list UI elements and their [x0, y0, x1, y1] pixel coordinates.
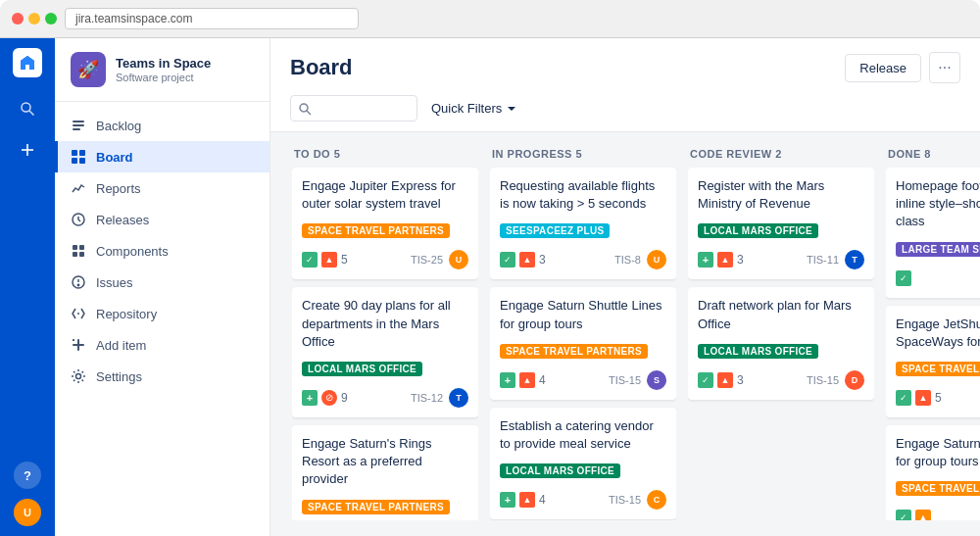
help-icon[interactable]: ?: [14, 462, 41, 489]
priority-icon: ▲: [321, 252, 337, 268]
minimize-button[interactable]: [28, 13, 40, 24]
card-todo-3[interactable]: Engage Saturn's Rings Resort as a prefer…: [292, 425, 478, 520]
card-footer: ✓ ▲ 3 TIS-15 D: [698, 370, 864, 390]
card-tag: LARGE TEAM SUPPORT: [896, 242, 980, 257]
sidebar-item-components[interactable]: Components: [55, 235, 270, 267]
card-footer: ✓ ▲ 5 TIS-23 J: [896, 388, 980, 408]
card-ip-3[interactable]: Establish a catering vendor to provide m…: [490, 408, 676, 519]
card-done-1[interactable]: Homepage footer uses an inline style–sho…: [886, 168, 980, 298]
sidebar-item-settings[interactable]: Settings: [55, 361, 270, 392]
card-tag: SPACE TRAVEL PARTNERS: [302, 500, 450, 514]
card-meta: ✓: [896, 270, 911, 286]
card-meta: ✓ ▲: [896, 510, 931, 520]
sidebar-item-issues[interactable]: Issues: [55, 267, 270, 298]
sidebar-item-add-item[interactable]: Add item: [55, 329, 270, 361]
url-bar[interactable]: jira.teamsinspace.com: [65, 8, 359, 29]
card-avatar: T: [845, 250, 864, 269]
app: ? U 🚀 Teams in Space Software project Ba…: [0, 38, 980, 536]
sidebar-item-backlog[interactable]: Backlog: [55, 110, 270, 141]
column-inprogress: IN PROGRESS 5 Requesting available fligh…: [490, 148, 676, 520]
board-actions: Release ···: [845, 52, 960, 83]
browser-chrome: jira.teamsinspace.com: [0, 0, 980, 38]
nav-bar: ? U: [0, 38, 55, 536]
column-codereview: CODE REVIEW 2 Register with the Mars Min…: [688, 148, 874, 520]
svg-rect-13: [73, 252, 77, 257]
plus-icon: +: [698, 252, 713, 268]
card-cr-1[interactable]: Register with the Mars Ministry of Reven…: [688, 168, 874, 279]
column-inprogress-header: IN PROGRESS 5: [490, 148, 676, 160]
sidebar-item-releases[interactable]: Releases: [55, 204, 270, 235]
column-done: DONE 8 Homepage footer uses an inline st…: [886, 148, 980, 520]
svg-rect-8: [79, 150, 85, 156]
card-tag: LOCAL MARS OFFICE: [698, 344, 818, 359]
board-title-row: Board Release ···: [290, 52, 960, 83]
card-meta: + ▲ 3: [698, 252, 744, 268]
card-avatar: S: [647, 370, 666, 390]
card-meta: ✓ ▲ 3: [698, 372, 744, 388]
plus-icon: +: [500, 492, 515, 508]
svg-rect-21: [73, 339, 74, 341]
cards-codereview: Register with the Mars Ministry of Reven…: [688, 168, 874, 520]
card-tag: LOCAL MARS OFFICE: [500, 463, 620, 478]
svg-point-17: [77, 284, 78, 285]
priority-icon: ▲: [915, 390, 931, 406]
card-meta: + ▲ 4: [500, 372, 546, 388]
card-avatar: C: [647, 490, 666, 510]
svg-rect-4: [73, 121, 84, 122]
more-options-button[interactable]: ···: [929, 52, 960, 83]
card-ip-2[interactable]: Engage Saturn Shuttle Lines for group to…: [490, 287, 676, 399]
search-wrapper: [290, 95, 417, 122]
board-columns: TO DO 5 Engage Jupiter Express for outer…: [270, 132, 980, 536]
card-meta: ✓ ▲ 5: [302, 252, 348, 268]
check-icon: ✓: [896, 390, 911, 406]
plus-icon: +: [302, 390, 318, 406]
svg-rect-11: [73, 245, 77, 250]
card-cr-2[interactable]: Draft network plan for Mars Office LOCAL…: [688, 287, 874, 399]
svg-rect-14: [79, 252, 84, 257]
block-icon: ⊘: [321, 390, 337, 406]
board-header: Board Release ··· Quick Filters: [270, 38, 980, 132]
card-meta: + ⊘ 9: [302, 390, 348, 406]
cards-done: Homepage footer uses an inline style–sho…: [886, 168, 980, 520]
card-footer: ✓ ▲ 3 TIS-8 U: [500, 250, 666, 269]
app-logo[interactable]: [13, 48, 42, 77]
board-title: Board: [290, 55, 353, 80]
close-button[interactable]: [12, 13, 24, 24]
priority-icon: ▲: [519, 372, 535, 388]
quick-filters-button[interactable]: Quick Filters: [427, 96, 521, 121]
card-avatar: D: [845, 370, 864, 390]
card-footer: + ⊘ 9 TIS-12 T: [302, 388, 468, 408]
sidebar-item-board[interactable]: Board: [55, 141, 270, 172]
card-tag: SPACE TRAVEL PARTNERS: [896, 481, 980, 496]
svg-rect-6: [73, 128, 80, 130]
filter-row: Quick Filters: [290, 95, 960, 131]
card-done-2[interactable]: Engage JetShuttle SpaceWays for travel S…: [886, 306, 980, 417]
priority-icon: ▲: [519, 492, 535, 508]
project-header: 🚀 Teams in Space Software project: [55, 38, 270, 102]
card-tag: SPACE TRAVEL PARTNERS: [896, 362, 980, 376]
release-button[interactable]: Release: [845, 54, 921, 82]
svg-rect-5: [73, 124, 84, 126]
card-footer: ✓ ▲ 5 TIS-25 U: [302, 250, 468, 269]
create-nav-icon[interactable]: [10, 132, 45, 168]
sidebar-item-repository[interactable]: Repository: [55, 298, 270, 329]
check-icon: ✓: [500, 252, 515, 268]
card-todo-1[interactable]: Engage Jupiter Express for outer solar s…: [292, 168, 478, 279]
svg-rect-7: [72, 150, 77, 156]
svg-point-23: [300, 104, 308, 112]
user-avatar[interactable]: U: [14, 499, 41, 526]
card-todo-2[interactable]: Create 90 day plans for all departments …: [292, 287, 478, 417]
check-icon: ✓: [302, 252, 318, 268]
column-codereview-header: CODE REVIEW 2: [688, 148, 874, 160]
card-avatar: U: [647, 250, 666, 269]
sidebar-item-reports[interactable]: Reports: [55, 172, 270, 204]
card-done-3[interactable]: Engage Saturn Shuttle Lines for group to…: [886, 425, 980, 520]
card-meta: + ▲ 4: [500, 492, 546, 508]
maximize-button[interactable]: [45, 13, 57, 24]
svg-line-1: [29, 111, 34, 116]
card-ip-1[interactable]: Requesting available flights is now taki…: [490, 168, 676, 279]
cards-inprogress: Requesting available flights is now taki…: [490, 168, 676, 520]
card-meta: ✓ ▲ 3: [500, 252, 546, 268]
svg-rect-12: [79, 245, 84, 250]
search-nav-icon[interactable]: [10, 91, 45, 126]
